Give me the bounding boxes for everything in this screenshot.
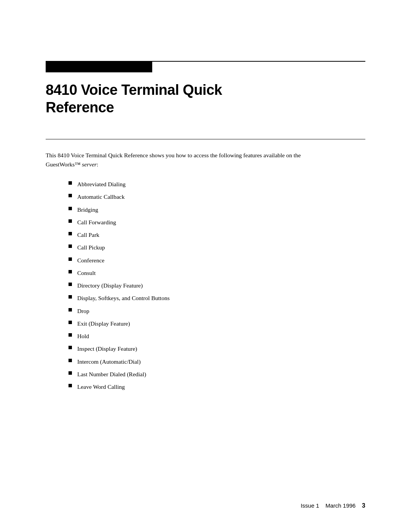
bullet-icon [68, 346, 72, 349]
list-item: Abbreviated Dialing [68, 180, 365, 189]
page: 8410 Voice Terminal Quick Reference This… [0, 0, 411, 532]
bullet-icon [68, 321, 72, 324]
bullet-icon [68, 295, 72, 299]
list-item-text: Drop [77, 307, 89, 315]
intro-text-italic: server [82, 161, 97, 168]
list-item-text: Call Pickup [77, 243, 105, 252]
bullet-icon [68, 232, 72, 235]
list-item: Automatic Callback [68, 192, 365, 201]
bullet-icon [68, 270, 72, 273]
bullet-icon [68, 359, 72, 362]
list-item: Bridging [68, 205, 365, 214]
list-item-text: Bridging [77, 205, 98, 214]
list-item-text: Consult [77, 268, 96, 277]
page-title-line2: Reference [46, 99, 114, 115]
list-item: Call Park [68, 230, 365, 239]
section-rule [46, 139, 365, 139]
main-content: This 8410 Voice Terminal Quick Reference… [0, 139, 411, 391]
bullet-icon [68, 244, 72, 248]
header-black-block [46, 62, 152, 72]
list-item: Drop [68, 307, 365, 315]
list-item: Directory (Display Feature) [68, 281, 365, 290]
bullet-icon [68, 333, 72, 337]
page-title: 8410 Voice Terminal Quick Reference [46, 81, 365, 116]
list-item-text: Intercom (Automatic/Dial) [77, 357, 141, 366]
footer-issue: Issue 1 [301, 502, 319, 509]
list-item: Leave Word Calling [68, 382, 365, 391]
list-item: Intercom (Automatic/Dial) [68, 357, 365, 366]
bullet-icon [68, 308, 72, 312]
list-item-text: Conference [77, 256, 104, 265]
list-item: Hold [68, 332, 365, 340]
feature-list: Abbreviated DialingAutomatic CallbackBri… [68, 180, 365, 391]
list-item-text: Automatic Callback [77, 192, 124, 201]
list-item: Conference [68, 256, 365, 265]
list-item: Consult [68, 268, 365, 277]
bullet-icon [68, 194, 72, 197]
list-item-text: Call Forwarding [77, 218, 116, 227]
top-header: 8410 Voice Terminal Quick Reference [0, 0, 411, 116]
list-item: Last Number Dialed (Redial) [68, 370, 365, 379]
footer-date: March 1996 [325, 502, 355, 509]
list-item: Display, Softkeys, and Control Buttons [68, 294, 365, 302]
list-item: Call Pickup [68, 243, 365, 252]
bullet-icon [68, 219, 72, 223]
bullet-icon [68, 384, 72, 387]
list-item: Call Forwarding [68, 218, 365, 227]
list-item-text: Abbreviated Dialing [77, 180, 126, 189]
list-item-text: Display, Softkeys, and Control Buttons [77, 294, 170, 302]
bullet-icon [68, 181, 72, 185]
list-item-text: Call Park [77, 230, 99, 239]
list-item-text: Last Number Dialed (Redial) [77, 370, 146, 379]
intro-text-end: : [97, 161, 98, 168]
bullet-icon [68, 257, 72, 261]
bullet-icon [68, 283, 72, 286]
list-item: Exit (Display Feature) [68, 319, 365, 328]
list-item-text: Directory (Display Feature) [77, 281, 143, 290]
footer-page-number: 3 [362, 502, 365, 509]
list-item-text: Hold [77, 332, 89, 340]
list-item: Inspect (Display Feature) [68, 344, 365, 353]
page-title-line1: 8410 Voice Terminal Quick [46, 82, 222, 98]
list-item-text: Leave Word Calling [77, 382, 125, 391]
list-item-text: Inspect (Display Feature) [77, 344, 137, 353]
intro-paragraph: This 8410 Voice Terminal Quick Reference… [46, 151, 327, 169]
bullet-icon [68, 371, 72, 375]
page-footer: Issue 1 March 1996 3 [301, 502, 365, 509]
header-bar-container [46, 61, 365, 72]
bullet-icon [68, 207, 72, 210]
list-item-text: Exit (Display Feature) [77, 319, 130, 328]
